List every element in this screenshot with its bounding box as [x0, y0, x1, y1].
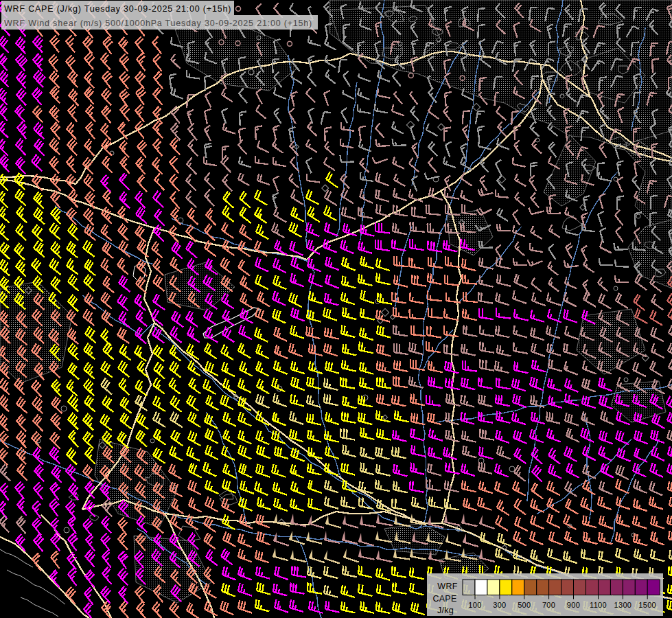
svg-text:1100: 1100 [590, 601, 607, 609]
svg-text:WRF Wind shear (m/s) 500/1000h: WRF Wind shear (m/s) 500/1000hPa Tuesday… [4, 19, 312, 28]
svg-text:CAPE: CAPE [432, 594, 456, 604]
svg-text:900: 900 [567, 601, 580, 609]
svg-text:WRF CAPE (J/kg) Tuesday 30-09-: WRF CAPE (J/kg) Tuesday 30-09-2025 21:00… [4, 4, 231, 14]
svg-text:300: 300 [493, 601, 506, 609]
svg-text:1300: 1300 [614, 601, 632, 609]
svg-text:500: 500 [518, 601, 531, 609]
svg-text:700: 700 [542, 601, 555, 609]
svg-text:J/kg: J/kg [437, 606, 454, 615]
svg-text:WRF: WRF [437, 582, 457, 591]
svg-text:1500: 1500 [638, 601, 656, 609]
svg-text:100: 100 [468, 601, 481, 609]
